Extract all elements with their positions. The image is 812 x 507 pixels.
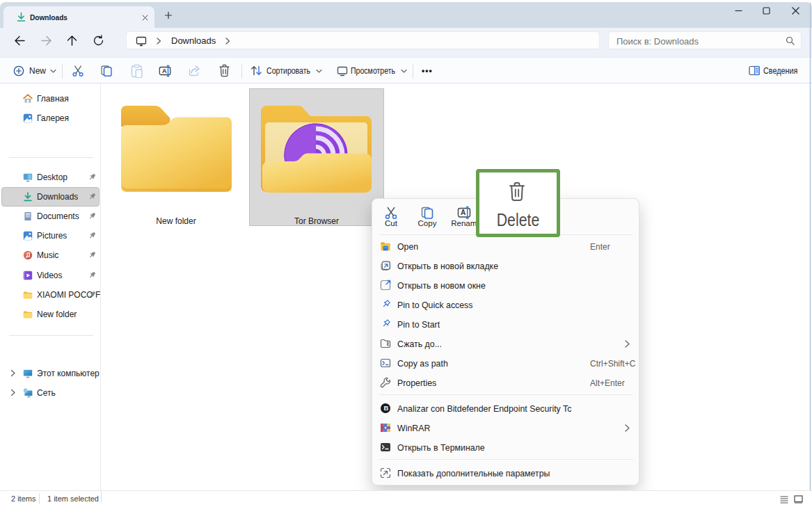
svg-text:A: A	[461, 209, 465, 216]
svg-text:B: B	[384, 404, 389, 412]
svg-text:A: A	[162, 67, 167, 74]
